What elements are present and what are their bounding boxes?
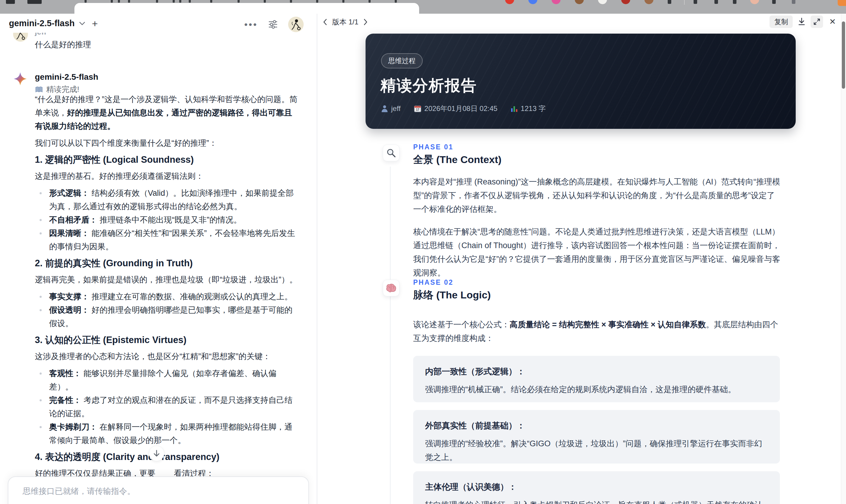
phase-label: PHASE 01: [413, 143, 782, 151]
timeline-rail: [390, 167, 391, 504]
assistant-message-body: “什么是好的推理？”这是一个涉及逻辑学、认知科学和哲学核心的问题。简单来说，好的…: [35, 93, 298, 504]
browser-chrome: [0, 0, 846, 14]
svg-text:17: 17: [416, 108, 419, 111]
toolbar-icon-fragment: [6, 0, 15, 4]
user-avatar[interactable]: [288, 17, 304, 32]
chevron-right-icon[interactable]: [363, 18, 368, 25]
assistant-heading: 2. 前提的真实性 (Grounding in Truth): [35, 257, 298, 270]
phase-2-icon-box: [383, 280, 400, 296]
assistant-heading: 3. 认知的公正性 (Epistemic Virtues): [35, 334, 298, 346]
extension-icon[interactable]: [750, 0, 759, 4]
card-title: 内部一致性（形式逻辑）：: [425, 366, 768, 377]
list-item: 假设透明： 好的推理会明确指明哪些是已知事实，哪些是基于可能的假设。: [35, 304, 298, 330]
card-title: 主体伦理（认识美德）：: [425, 481, 768, 493]
report-author: jeff: [381, 104, 401, 113]
card-title: 外部真实性（前提基础）：: [425, 420, 768, 431]
dimension-card: 内部一致性（形式逻辑）：强调推理的“机械正确”。结论必须在给定的规则系统内逻辑自…: [413, 356, 780, 402]
assistant-name: gemini-2.5-flash: [35, 72, 98, 82]
phase-section-2: PHASE 02脉络 (The Logic)该论述基于一个核心公式：高质量结论 …: [413, 278, 782, 354]
model-title[interactable]: gemini-2.5-flash: [9, 18, 75, 28]
list-item: 因果清晰： 能准确区分“相关性”和“因果关系”，不会轻率地将先后发生的事情归为因…: [35, 227, 298, 253]
chat-input-box[interactable]: 思维接口已就绪，请传输指令。 +: [8, 476, 309, 504]
url-text-fragment: [156, 0, 158, 3]
book-icon: [35, 86, 43, 93]
list-item: 形式逻辑： 结构必须有效（Valid）。比如演绎推理中，如果前提全部为真，那么通…: [35, 186, 298, 213]
url-text-fragment: [342, 0, 345, 3]
close-icon[interactable]: ✕: [828, 17, 837, 26]
dimension-card: 主体伦理（认识美德）：转向推理者的心理特征。引入奥卡姆剃刀和反向论证，旨在克服人…: [413, 471, 780, 504]
new-chat-button[interactable]: +: [92, 19, 98, 28]
copy-button[interactable]: 复制: [770, 16, 793, 28]
report-preview-panel: 版本 1/1 复制 ✕ 思维过程 精读分: [317, 14, 841, 504]
url-text-fragment: [128, 0, 130, 3]
extension-icon[interactable]: [792, 0, 795, 4]
phase-1-icon-box: [383, 145, 400, 161]
version-nav: 版本 1/1: [323, 17, 368, 27]
url-text-fragment: [118, 0, 120, 3]
assistant-paragraph: “什么是好的推理？”这是一个涉及逻辑学、认知科学和哲学核心的问题。简单来说，好的…: [35, 93, 298, 133]
extension-icon[interactable]: [598, 0, 607, 4]
report-word-count: 1213 字: [511, 104, 546, 113]
assistant-paragraph: 我们可以从以下四个维度来衡量什么是“好的推理”：: [35, 137, 298, 150]
assistant-paragraph: 这是推理的基石。好的推理必须遵循逻辑法则：: [35, 169, 298, 183]
list-item: 事实支撑： 推理建立在可靠的数据、准确的观测或公认的真理之上。: [35, 290, 298, 304]
extension-icon[interactable]: [684, 0, 685, 5]
list-item: 奥卡姆剃刀： 在解释同一个现象时，如果两种推理都能站得住脚，通常倾向于最简单、假…: [35, 420, 298, 447]
extension-icon[interactable]: [505, 0, 514, 4]
corner-icon-fragment: [838, 0, 846, 6]
dimension-card: 外部真实性（前提基础）：强调推理的“经验校准”。解决“GIGO（垃圾进，垃圾出）…: [413, 410, 780, 464]
extension-icon[interactable]: [772, 0, 776, 4]
assistant-paragraph: 逻辑再完美，如果前提是错误的，推理也是垃圾（即“垃圾进，垃圾出”）。: [35, 273, 298, 287]
report-title: 精读分析报告: [381, 75, 477, 96]
list-item: 不自相矛盾： 推理链条中不能出现“既是又非”的情况。: [35, 213, 298, 227]
card-body: 强调推理的“经验校准”。解决“GIGO（垃圾进，垃圾出）”问题，确保推理引擎运行…: [425, 437, 768, 464]
chevron-left-icon[interactable]: [323, 18, 328, 25]
gemini-logo-icon: [13, 72, 28, 86]
assistant-bullet-list: 事实支撑： 推理建立在可靠的数据、准确的观测或公认的真理之上。假设透明： 好的推…: [35, 290, 298, 330]
version-label: 版本 1/1: [332, 17, 358, 27]
expand-icon: [813, 18, 821, 25]
extension-icon[interactable]: [551, 0, 561, 4]
settings-sliders-icon[interactable]: [268, 19, 278, 30]
card-body: 转向推理者的心理特征。引入奥卡姆剃刀和反向论证，旨在克服人类（或机器）天然存在的…: [425, 498, 768, 504]
extension-icon[interactable]: [575, 0, 584, 4]
download-icon[interactable]: [797, 17, 806, 26]
report-hero-card: 思维过程 精读分析报告 jeff 17 2026年01月08日: [366, 34, 796, 129]
chat-panel: gemini-2.5-flash + •••: [0, 14, 317, 504]
phase-label: PHASE 02: [413, 278, 782, 287]
chevron-down-icon[interactable]: [79, 21, 85, 25]
url-text-fragment: [111, 0, 113, 3]
phase-paragraph: 本内容是对“推理 (Reasoning)”这一抽象概念的高层建模。在知识爆炸与人…: [413, 175, 782, 216]
url-text-fragment: [395, 0, 397, 3]
arrow-down-icon: [153, 450, 160, 457]
person-icon: [381, 105, 388, 112]
toolbar-icon-fragment: [28, 0, 42, 4]
chat-input-placeholder: 思维接口已就绪，请传输指令。: [23, 486, 135, 497]
scrollbar-thumb[interactable]: [842, 21, 845, 89]
browser-url-bar[interactable]: [74, 3, 419, 14]
app-window: gemini-2.5-flash + •••: [0, 14, 846, 504]
url-text-fragment: [316, 0, 318, 3]
extension-icon[interactable]: [621, 0, 630, 4]
extension-icon[interactable]: [645, 0, 653, 4]
calendar-icon: 17: [414, 105, 422, 112]
list-item: 客观性： 能够识别并尽量排除个人偏见（如幸存者偏差、确认偏差）。: [35, 367, 298, 394]
url-text-fragment: [173, 0, 175, 3]
extension-icon[interactable]: [733, 0, 737, 4]
url-text-fragment: [369, 0, 371, 3]
fullscreen-button[interactable]: [811, 16, 823, 28]
phase-paragraph: 该论述基于一个核心公式：高质量结论 = 结构完整性 × 事实准确性 × 认知自律…: [413, 318, 782, 345]
scroll-to-bottom-button[interactable]: [149, 446, 164, 461]
extension-icon[interactable]: [528, 0, 537, 4]
magnifier-icon: [386, 148, 396, 158]
list-item: 完备性： 考虑了对立的观点和潜在的反证，而不是只选择支持自己结论的证据。: [35, 394, 298, 420]
page-scrollbar[interactable]: [841, 14, 846, 504]
phase-section-1: PHASE 01全景 (The Context)本内容是对“推理 (Reason…: [413, 143, 782, 289]
more-options-icon[interactable]: •••: [244, 18, 258, 31]
brain-icon: [386, 283, 396, 293]
extension-icon[interactable]: [693, 0, 697, 4]
user-message: 什么是好的推理: [35, 39, 91, 50]
extension-icon[interactable]: [715, 0, 718, 4]
report-badge: 思维过程: [381, 53, 423, 68]
extension-icon[interactable]: [668, 0, 671, 4]
